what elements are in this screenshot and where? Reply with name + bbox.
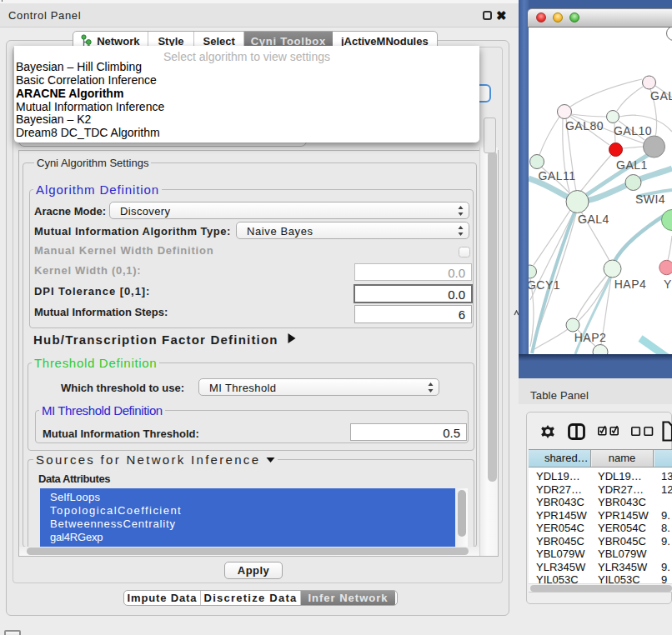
svg-text:GAL4: GAL4 bbox=[578, 212, 609, 226]
svg-text:GAL80: GAL80 bbox=[565, 119, 604, 132]
svg-text:GAL1: GAL1 bbox=[616, 158, 648, 172]
svg-text:HAP2: HAP2 bbox=[574, 331, 607, 344]
svg-text:HAP4: HAP4 bbox=[614, 278, 647, 291]
svg-text:SWI4: SWI4 bbox=[635, 192, 665, 206]
svg-text:Y: Y bbox=[664, 278, 672, 291]
svg-text:GCY1: GCY1 bbox=[529, 278, 560, 292]
svg-text:GAL: GAL bbox=[650, 89, 672, 102]
svg-text:GAL11: GAL11 bbox=[538, 169, 575, 182]
svg-text:GAL10: GAL10 bbox=[614, 124, 652, 138]
